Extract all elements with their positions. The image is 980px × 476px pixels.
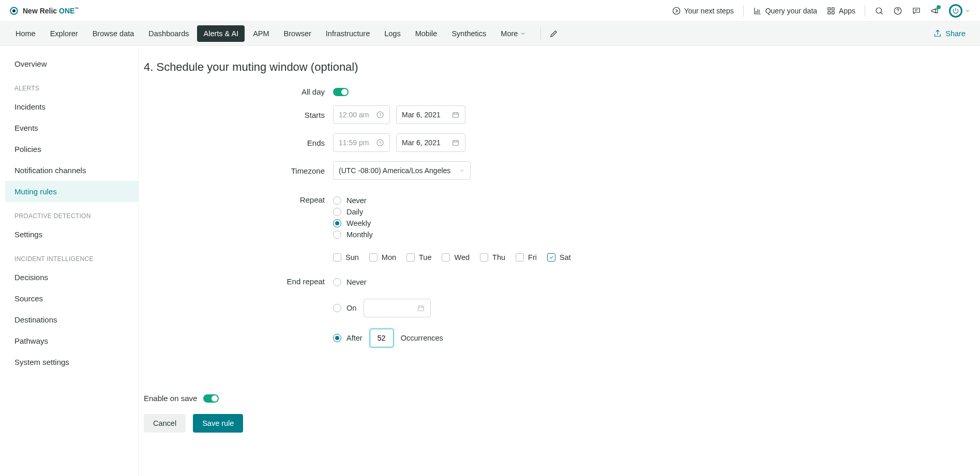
- repeat-label: Repeat: [144, 195, 333, 204]
- weekday-wed[interactable]: Wed: [442, 253, 470, 262]
- end-repeat-never-label: Never: [346, 278, 367, 286]
- ends-time-input[interactable]: 11:59 pm: [333, 133, 390, 152]
- sidebar-item-sources[interactable]: Sources: [5, 288, 138, 309]
- next-steps-link[interactable]: Your next steps: [672, 6, 734, 16]
- pencil-icon: [549, 29, 559, 38]
- timezone-select[interactable]: (UTC -08:00) America/Los Angeles: [333, 161, 471, 180]
- footer: Enable on save Cancel Save rule: [144, 381, 980, 433]
- sidebar-item-overview[interactable]: Overview: [5, 53, 138, 74]
- end-repeat-on-radio[interactable]: On: [333, 303, 356, 313]
- cancel-button[interactable]: Cancel: [144, 414, 186, 433]
- timezone-label: Timezone: [144, 166, 333, 175]
- all-day-toggle[interactable]: [333, 88, 349, 96]
- save-button[interactable]: Save rule: [193, 414, 243, 433]
- occurrences-suffix: Occurrences: [401, 334, 443, 342]
- search-button[interactable]: [875, 6, 884, 16]
- account-menu[interactable]: [949, 4, 971, 18]
- starts-time-input[interactable]: 12:00 am: [333, 105, 390, 124]
- ends-date-input[interactable]: Mar 6, 2021: [396, 133, 465, 152]
- nav-item-browse-data[interactable]: Browse data: [86, 25, 141, 42]
- nav-item-logs[interactable]: Logs: [378, 25, 406, 42]
- brand-text: New Relic ONE™: [23, 7, 79, 15]
- weekday-sun[interactable]: Sun: [333, 253, 359, 262]
- svg-point-7: [876, 8, 882, 13]
- sidebar-item-muting-rules[interactable]: Muting rules: [5, 181, 138, 202]
- sidebar-item-decisions[interactable]: Decisions: [5, 267, 138, 288]
- nav-item-dashboards[interactable]: Dashboards: [142, 25, 195, 42]
- nav-item-alerts-ai[interactable]: Alerts & AI: [197, 25, 245, 42]
- apps-grid-icon: [826, 6, 836, 16]
- weekday-sat[interactable]: Sat: [547, 253, 571, 262]
- topbar: New Relic ONE™ Your next steps Query you…: [0, 0, 980, 22]
- ends-time-value: 11:59 pm: [339, 139, 369, 147]
- apps-label: Apps: [839, 7, 855, 15]
- sidebar-item-pathways[interactable]: Pathways: [5, 330, 138, 351]
- svg-rect-4: [832, 8, 835, 10]
- occurrences-input[interactable]: [370, 329, 394, 347]
- clock-icon: [376, 111, 384, 119]
- starts-date-input[interactable]: Mar 6, 2021: [396, 105, 465, 124]
- svg-rect-6: [832, 11, 835, 14]
- repeat-option-monthly[interactable]: Monthly: [333, 229, 373, 240]
- ends-label: Ends: [144, 139, 333, 147]
- chart-icon: [753, 6, 762, 16]
- calendar-icon: [451, 139, 460, 147]
- edit-nav-button[interactable]: [549, 29, 559, 38]
- nav-item-apm[interactable]: APM: [247, 25, 275, 42]
- sidebar-header: INCIDENT INTELLIGENCE: [5, 245, 138, 267]
- svg-point-2: [673, 7, 680, 14]
- end-repeat-label: End repeat: [144, 277, 333, 286]
- nav-item-browser[interactable]: Browser: [278, 25, 318, 42]
- chevron-down-icon: [964, 8, 971, 14]
- svg-rect-5: [828, 11, 831, 14]
- svg-point-1: [12, 9, 16, 12]
- svg-point-9: [897, 12, 898, 13]
- svg-rect-14: [418, 306, 424, 311]
- clock-icon: [376, 139, 384, 147]
- sidebar-item-system-settings[interactable]: System settings: [5, 351, 138, 373]
- query-data-link[interactable]: Query your data: [753, 6, 817, 16]
- help-button[interactable]: [893, 6, 902, 16]
- sidebar-item-notification-channels[interactable]: Notification channels: [5, 160, 138, 181]
- nav-item-more[interactable]: More: [494, 25, 532, 42]
- repeat-options: NeverDailyWeeklyMonthly: [333, 195, 373, 240]
- announce-button[interactable]: [930, 6, 940, 16]
- brand-logo[interactable]: New Relic ONE™: [9, 6, 79, 16]
- all-day-label: All day: [144, 87, 333, 96]
- calendar-icon: [451, 111, 460, 119]
- repeat-option-never[interactable]: Never: [333, 195, 373, 206]
- sidebar-header: ALERTS: [5, 74, 138, 96]
- nav-item-infrastructure[interactable]: Infrastructure: [320, 25, 376, 42]
- feedback-button[interactable]: [912, 6, 921, 16]
- apps-link[interactable]: Apps: [826, 6, 855, 16]
- topbar-actions: Your next steps Query your data Apps: [672, 4, 971, 18]
- nav-item-home[interactable]: Home: [9, 25, 42, 42]
- end-repeat-after-radio[interactable]: After: [333, 333, 363, 343]
- sidebar-item-events[interactable]: Events: [5, 117, 138, 139]
- sidebar-header: PROACTIVE DETECTION: [5, 202, 138, 224]
- repeat-option-daily[interactable]: Daily: [333, 207, 373, 217]
- sidebar-item-settings[interactable]: Settings: [5, 224, 138, 245]
- check-icon: [549, 255, 554, 260]
- help-icon: [893, 6, 902, 16]
- sidebar: OverviewALERTSIncidentsEventsPoliciesNot…: [5, 47, 139, 476]
- weekday-tue[interactable]: Tue: [406, 253, 431, 262]
- share-button[interactable]: Share: [933, 29, 971, 38]
- weekday-thu[interactable]: Thu: [480, 253, 505, 262]
- weekday-fri[interactable]: Fri: [516, 253, 537, 262]
- brand-mark-icon: [9, 6, 19, 16]
- arrow-circle-icon: [672, 6, 681, 16]
- divider: [865, 5, 865, 17]
- nav-item-mobile[interactable]: Mobile: [409, 25, 444, 42]
- sidebar-item-destinations[interactable]: Destinations: [5, 309, 138, 330]
- nav-item-explorer[interactable]: Explorer: [44, 25, 84, 42]
- end-repeat-on-date-input[interactable]: [364, 299, 431, 317]
- end-repeat-never-radio[interactable]: Never: [333, 277, 367, 287]
- enable-on-save-toggle[interactable]: [203, 394, 219, 403]
- sidebar-item-incidents[interactable]: Incidents: [5, 96, 138, 117]
- calendar-icon: [417, 304, 425, 312]
- sidebar-item-policies[interactable]: Policies: [5, 139, 138, 160]
- weekday-mon[interactable]: Mon: [369, 253, 396, 262]
- nav-item-synthetics[interactable]: Synthetics: [445, 25, 492, 42]
- repeat-option-weekly[interactable]: Weekly: [333, 218, 373, 228]
